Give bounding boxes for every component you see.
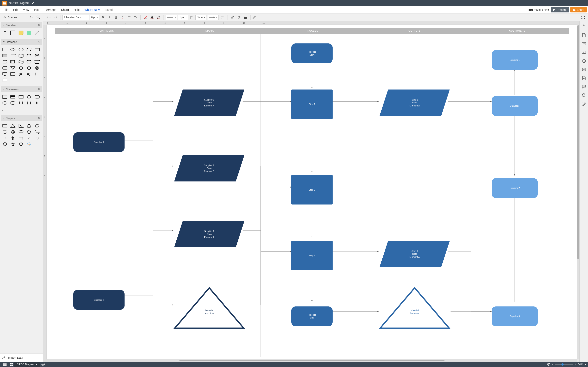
save-status: Saved [102, 7, 115, 13]
svg-rect-7 [157, 18, 160, 19]
line-width-select[interactable]: 1 px [178, 15, 188, 20]
share-button[interactable]: Share [570, 7, 587, 12]
document-title[interactable]: SIPOC Diagram [9, 1, 29, 5]
border-color-button[interactable] [156, 15, 162, 20]
line-routing-button[interactable] [189, 15, 195, 20]
menu-share[interactable]: Share [59, 7, 71, 13]
svg-point-1 [574, 8, 575, 9]
folder-icon[interactable] [2, 1, 7, 6]
menu-view[interactable]: View [21, 7, 32, 13]
people-icon [573, 8, 576, 11]
svg-point-0 [573, 8, 574, 9]
fill-color-button[interactable] [149, 15, 155, 20]
line-style-select[interactable] [166, 15, 177, 20]
menu-arrange[interactable]: Arrange [44, 7, 59, 13]
redo-button[interactable] [52, 15, 58, 20]
fullscreen-button[interactable] [580, 15, 586, 20]
bold-button[interactable]: B [100, 15, 106, 20]
toolbar: Shapes Liberation Sans 8 pt B I U A T◂ 1… [0, 13, 588, 21]
align-button[interactable] [126, 15, 132, 20]
feature-find-label: Feature Find [534, 8, 549, 11]
svg-point-4 [37, 16, 39, 18]
text-color-button[interactable]: A [120, 15, 125, 20]
image-icon[interactable] [29, 15, 34, 20]
swap-arrows-button[interactable] [219, 15, 225, 20]
titlebar: SIPOC Diagram [0, 0, 588, 6]
fill-none-button[interactable] [143, 15, 148, 20]
svg-rect-10 [244, 17, 247, 19]
wrench-button[interactable] [251, 15, 257, 20]
menubar: File Edit View Insert Arrange Share Help… [0, 6, 588, 13]
shapes-label: Shapes [8, 16, 17, 19]
menu-file[interactable]: File [1, 7, 11, 13]
svg-rect-6 [150, 18, 154, 19]
arrow-start-select[interactable]: None [195, 15, 207, 20]
italic-button[interactable]: I [107, 15, 112, 20]
text-options-button[interactable]: T◂ [133, 15, 138, 20]
underline-button[interactable]: U [113, 15, 119, 20]
menu-help[interactable]: Help [71, 7, 82, 13]
svg-point-3 [30, 16, 31, 17]
present-button[interactable]: Present [551, 7, 569, 12]
rename-icon[interactable] [31, 2, 34, 4]
shapes-toggle[interactable]: Shapes [2, 15, 19, 20]
search-icon[interactable] [35, 15, 41, 20]
font-size-select[interactable]: 8 pt [90, 15, 99, 20]
magnet-button[interactable] [236, 15, 242, 20]
lock-button[interactable] [242, 15, 248, 20]
menu-insert[interactable]: Insert [32, 7, 44, 13]
undo-button[interactable] [46, 15, 52, 20]
menu-whats-new[interactable]: What's New [82, 7, 102, 13]
binoculars-icon [528, 8, 533, 11]
menu-edit[interactable]: Edit [11, 7, 21, 13]
feature-find[interactable]: Feature Find [527, 7, 551, 12]
gear-icon [3, 16, 7, 19]
svg-rect-2 [30, 16, 33, 19]
link-button[interactable] [229, 15, 235, 20]
arrow-end-select[interactable] [207, 15, 219, 20]
font-select[interactable]: Liberation Sans [62, 15, 89, 20]
play-icon [553, 9, 555, 11]
